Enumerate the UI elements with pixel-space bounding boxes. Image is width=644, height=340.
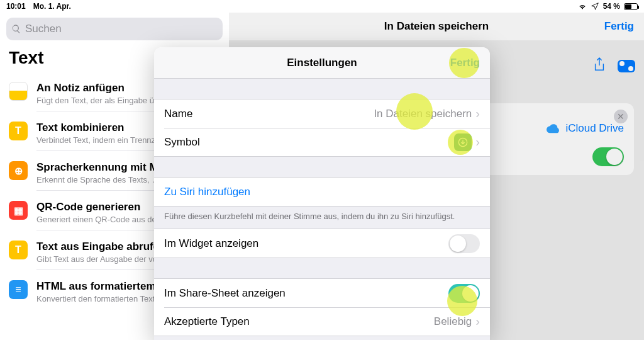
html-icon: ≡: [9, 280, 28, 299]
modal-header: Einstellungen Fertig: [154, 47, 490, 79]
modal-done-button[interactable]: Fertig: [450, 57, 480, 69]
globe-icon: ⊕: [9, 161, 28, 180]
siri-footer-text: Führe diesen Kurzbefehl mit deiner Stimm…: [154, 207, 490, 229]
search-icon: [11, 24, 21, 34]
show-in-widget-row: Im Widget anzeigen: [154, 229, 490, 258]
settings-button[interactable]: [618, 60, 635, 72]
battery-icon: [624, 3, 638, 10]
page-title: In Dateien speichern: [384, 20, 489, 33]
share-sheet-toggle[interactable]: [448, 284, 480, 303]
battery-percent: 54 %: [603, 2, 620, 11]
accepted-types-row[interactable]: Akzeptierte Typen Beliebig ›: [154, 307, 490, 336]
chevron-right-icon: ›: [475, 106, 480, 121]
text-icon: T: [9, 122, 28, 140]
qr-icon: ▦: [9, 201, 28, 220]
widget-toggle[interactable]: [448, 234, 480, 253]
destination-toggle[interactable]: [592, 147, 624, 166]
cloud-icon: [547, 123, 560, 133]
status-bar: 10:01 Mo. 1. Apr. 54 %: [0, 0, 644, 13]
status-date: Mo. 1. Apr.: [33, 2, 71, 11]
download-icon: [454, 133, 472, 151]
close-icon[interactable]: ✕: [614, 110, 628, 123]
show-in-share-sheet-row: Im Share-Sheet anzeigen: [154, 279, 490, 307]
search-placeholder: Suchen: [25, 23, 62, 35]
symbol-row[interactable]: Symbol ›: [154, 128, 490, 156]
wifi-icon: [578, 2, 587, 11]
chevron-right-icon: ›: [475, 135, 480, 149]
main-header: In Dateien speichern Fertig: [229, 13, 644, 40]
status-time: 10:01: [6, 2, 26, 11]
modal-title: Einstellungen: [287, 57, 357, 69]
settings-modal: Einstellungen Fertig Name In Dateien spe…: [154, 47, 490, 340]
add-to-siri-row[interactable]: Zu Siri hinzufügen: [154, 178, 490, 206]
text-icon: T: [9, 241, 28, 259]
chevron-right-icon: ›: [475, 314, 480, 329]
location-icon: [591, 2, 599, 11]
name-row[interactable]: Name In Dateien speichern ›: [154, 99, 490, 128]
done-button[interactable]: Fertig: [604, 20, 634, 33]
notes-icon: [9, 82, 28, 101]
search-input[interactable]: Suchen: [6, 18, 223, 40]
share-button[interactable]: [592, 57, 606, 76]
